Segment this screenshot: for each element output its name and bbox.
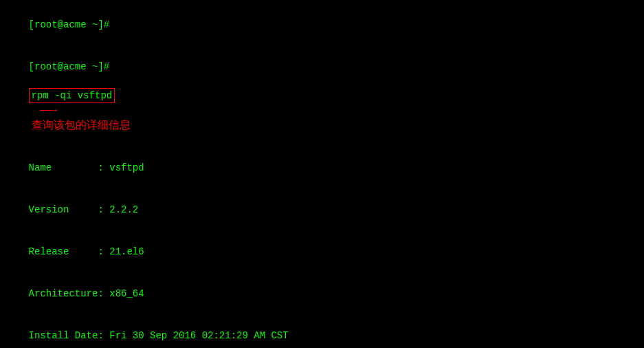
terminal-window: [root@acme ~]# [root@acme ~]# rpm -qi vs… — [0, 0, 644, 348]
field-release: Release : 21.el6 — [5, 231, 639, 273]
command-highlight: rpm -qi vsftpd — [29, 88, 115, 103]
field-version: Version : 2.2.2 — [5, 189, 639, 231]
field-name: Name : vsftpd — [5, 147, 639, 189]
prompt-2: [root@acme ~]# — [29, 61, 110, 72]
field-install-date: Install Date: Fri 30 Sep 2016 02:21:29 A… — [5, 315, 639, 348]
annotation-arrow: ——→ — [34, 103, 63, 117]
prompt-1: [root@acme ~]# — [29, 19, 110, 30]
annotation-text: 查询该包的详细信息 — [32, 119, 131, 131]
field-architecture: Architecture: x86_64 — [5, 273, 639, 315]
terminal-line-1: [root@acme ~]# — [5, 4, 639, 46]
terminal-line-2: [root@acme ~]# rpm -qi vsftpd ——→ 查询该包的详… — [5, 46, 639, 147]
